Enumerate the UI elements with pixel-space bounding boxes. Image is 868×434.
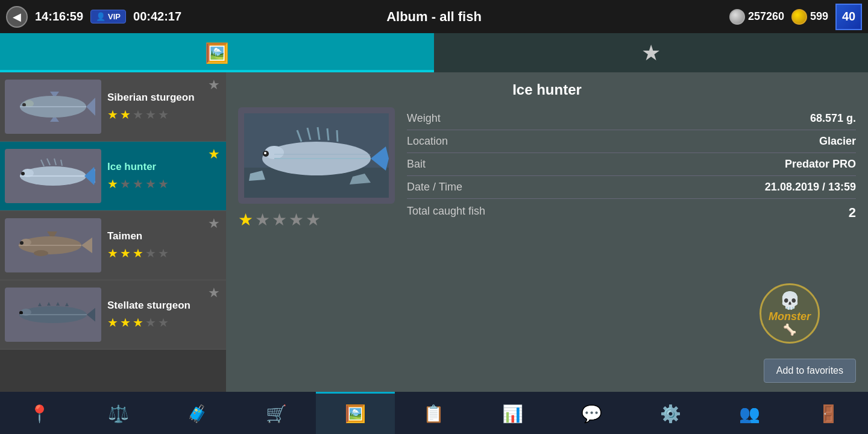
svg-marker-1 bbox=[86, 98, 95, 116]
fav-star-taimen[interactable]: ★ bbox=[208, 216, 220, 231]
fish-name-ice-hunter: Ice hunter bbox=[107, 161, 221, 173]
star-2: ★ bbox=[120, 315, 131, 330]
detail-title: Ice hunter bbox=[238, 81, 856, 98]
fish-item-stellate[interactable]: Stellate sturgeon ★ ★ ★ ★ ★ ★ bbox=[0, 280, 226, 350]
detail-stats: Weight 68.571 g. Location Glacier Bait P… bbox=[407, 107, 856, 230]
weight-value: 68.571 g. bbox=[810, 112, 856, 125]
fav-star-stellate[interactable]: ★ bbox=[208, 285, 220, 301]
tab-bar: 🖼️ ★ bbox=[0, 33, 868, 72]
star-5: ★ bbox=[158, 177, 169, 191]
star-1: ★ bbox=[107, 177, 118, 191]
fish-svg-stellate bbox=[11, 294, 95, 336]
nav-shop[interactable]: 🛒 bbox=[237, 392, 316, 434]
star-4: ★ bbox=[145, 107, 156, 122]
detail-panel: Ice hunter bbox=[226, 72, 868, 392]
star-1: ★ bbox=[107, 107, 118, 122]
svg-marker-30 bbox=[56, 302, 60, 306]
fav-star-ice-hunter[interactable]: ★ bbox=[208, 146, 220, 162]
gold-coin-icon bbox=[791, 9, 807, 25]
fish-name-stellate: Stellate sturgeon bbox=[107, 300, 221, 312]
svg-point-39 bbox=[264, 152, 266, 154]
weight-label: Weight bbox=[407, 112, 441, 125]
gallery-tab-icon: 🖼️ bbox=[205, 42, 229, 64]
nav-tasks[interactable]: 📋 bbox=[395, 392, 474, 434]
fav-star-siberian[interactable]: ★ bbox=[208, 77, 220, 93]
nav-chat[interactable]: 💬 bbox=[552, 392, 631, 434]
monster-label: Monster bbox=[769, 310, 811, 323]
fish-item-taimen[interactable]: Taimen ★ ★ ★ ★ ★ ★ bbox=[0, 211, 226, 280]
fish-info-ice-hunter: Ice hunter ★ ★ ★ ★ ★ bbox=[107, 161, 221, 191]
main-content: Siberian sturgeon ★ ★ ★ ★ ★ ★ bbox=[0, 72, 868, 392]
fish-item-ice-hunter[interactable]: Ice hunter ★ ★ ★ ★ ★ ★ bbox=[0, 142, 226, 211]
detail-star-1: ★ bbox=[238, 210, 253, 230]
detail-total-row: Total caught fish 2 bbox=[407, 199, 856, 227]
nav-social[interactable]: 👥 bbox=[710, 392, 789, 434]
vip-icon: 👤 bbox=[96, 12, 105, 21]
nav-settings[interactable]: ⚙️ bbox=[631, 392, 710, 434]
detail-left: ★ ★ ★ ★ ★ bbox=[238, 107, 395, 230]
star-5: ★ bbox=[158, 315, 169, 330]
add-to-favorites-button[interactable]: Add to favorites bbox=[764, 359, 856, 383]
stats-icon: 📊 bbox=[502, 404, 523, 424]
silver-amount: 257260 bbox=[748, 10, 784, 23]
svg-marker-16 bbox=[84, 167, 95, 185]
vip-label: VIP bbox=[108, 12, 121, 21]
svg-line-12 bbox=[41, 160, 44, 166]
fish-thumbnail-ice-hunter bbox=[5, 149, 101, 203]
monster-circle: 💀 Monster 🦴 bbox=[760, 283, 820, 344]
nav-stats[interactable]: 📊 bbox=[473, 392, 552, 434]
skull-icon: 💀 bbox=[779, 291, 800, 310]
map-icon: 📍 bbox=[29, 404, 50, 424]
svg-point-3 bbox=[22, 103, 26, 107]
nav-scales[interactable]: ⚖️ bbox=[79, 392, 158, 434]
silver-currency: 257260 bbox=[729, 9, 784, 25]
fish-thumbnail-taimen bbox=[5, 218, 101, 272]
detail-star-5: ★ bbox=[306, 210, 321, 230]
top-right-info: 257260 599 40 bbox=[729, 4, 862, 30]
detail-datetime-row: Date / Time 21.08.2019 / 13:59 bbox=[407, 176, 856, 199]
fish-stars-ice-hunter: ★ ★ ★ ★ ★ bbox=[107, 177, 221, 191]
album-icon: 🖼️ bbox=[345, 404, 366, 424]
star-5: ★ bbox=[158, 107, 169, 122]
detail-location-row: Location Glacier bbox=[407, 130, 856, 153]
gold-currency: 599 bbox=[791, 9, 828, 25]
star-2: ★ bbox=[120, 177, 131, 191]
svg-line-14 bbox=[54, 159, 56, 165]
nav-exit[interactable]: 🚪 bbox=[789, 392, 868, 434]
page-title: Album - all fish bbox=[386, 9, 482, 25]
back-button[interactable]: ◀ bbox=[6, 6, 28, 28]
nav-map[interactable]: 📍 bbox=[0, 392, 79, 434]
total-value: 2 bbox=[849, 205, 856, 221]
nav-briefcase[interactable]: 🧳 bbox=[158, 392, 237, 434]
fish-name-siberian: Siberian sturgeon bbox=[107, 92, 221, 104]
tab-favorites[interactable]: ★ bbox=[434, 33, 868, 72]
datetime-label: Date / Time bbox=[407, 181, 462, 193]
fish-stars-siberian: ★ ★ ★ ★ ★ bbox=[107, 107, 221, 122]
favorites-tab-icon: ★ bbox=[641, 40, 661, 66]
nav-album[interactable]: 🖼️ bbox=[316, 392, 395, 434]
detail-fish-svg bbox=[244, 113, 389, 198]
scales-icon: ⚖️ bbox=[108, 404, 129, 424]
star-3: ★ bbox=[133, 177, 143, 191]
fish-svg-ice-hunter bbox=[11, 155, 95, 197]
fish-thumbnail-stellate bbox=[5, 288, 101, 342]
detail-star-3: ★ bbox=[272, 210, 287, 230]
top-left-controls: ◀ 14:16:59 👤 VIP 00:42:17 bbox=[6, 6, 181, 28]
svg-line-13 bbox=[47, 159, 50, 165]
svg-point-23 bbox=[34, 250, 48, 256]
svg-marker-28 bbox=[38, 303, 42, 306]
fish-info-siberian: Siberian sturgeon ★ ★ ★ ★ ★ bbox=[107, 92, 221, 122]
datetime-value: 21.08.2019 / 13:59 bbox=[765, 181, 856, 193]
location-label: Location bbox=[407, 135, 448, 148]
star-4: ★ bbox=[145, 315, 156, 330]
tasks-icon: 📋 bbox=[423, 404, 444, 424]
star-3: ★ bbox=[133, 315, 143, 330]
svg-point-2 bbox=[24, 100, 34, 107]
monster-badge: 💀 Monster 🦴 bbox=[760, 283, 820, 344]
star-1: ★ bbox=[107, 315, 118, 330]
star-3: ★ bbox=[133, 246, 143, 260]
fish-item-siberian-sturgeon[interactable]: Siberian sturgeon ★ ★ ★ ★ ★ ★ bbox=[0, 72, 226, 142]
tab-gallery[interactable]: 🖼️ bbox=[0, 33, 434, 72]
gold-amount: 599 bbox=[810, 10, 828, 23]
star-5: ★ bbox=[158, 246, 169, 260]
